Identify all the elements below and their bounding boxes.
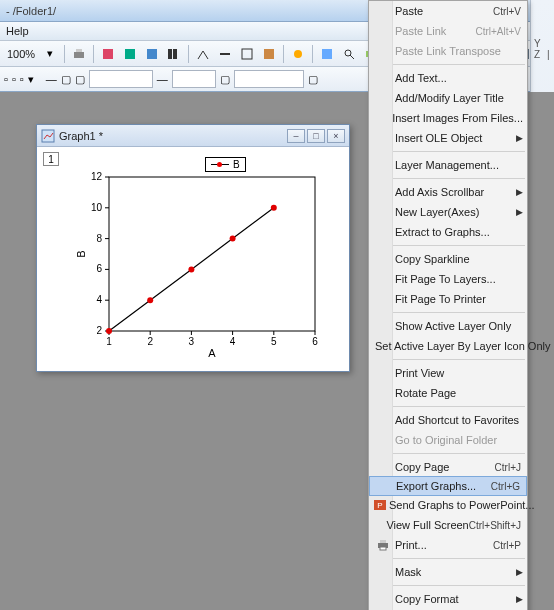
ctx-copy-page[interactable]: Copy PageCtrl+J [369, 457, 527, 477]
svg-text:3: 3 [189, 336, 195, 347]
svg-text:8: 8 [96, 233, 102, 244]
tool-icon-6[interactable] [215, 44, 235, 64]
svg-point-53 [230, 236, 236, 242]
svg-text:12: 12 [91, 171, 103, 182]
minimize-button[interactable]: – [287, 129, 305, 143]
legend-label: B [233, 159, 240, 170]
format-icon-2[interactable]: ▫ [12, 73, 16, 85]
svg-rect-2 [103, 49, 113, 59]
tool-icon-5[interactable] [193, 44, 213, 64]
format-icon-7[interactable]: — [157, 73, 168, 85]
tool-icon-4[interactable] [164, 44, 184, 64]
ctx-copy-sparkline[interactable]: Copy Sparkline [369, 249, 527, 269]
chart: 12345624681012AB [75, 169, 325, 359]
svg-line-13 [350, 55, 354, 59]
svg-text:5: 5 [271, 336, 277, 347]
ctx-add-axis-scrollbar[interactable]: Add Axis Scrollbar▶ [369, 182, 527, 202]
format-icon-3[interactable]: ▫ [20, 73, 24, 85]
svg-text:P: P [377, 501, 382, 510]
ctx-send-ppt[interactable]: PSend Graphs to PowerPoint... [369, 495, 527, 515]
svg-text:10: 10 [91, 202, 103, 213]
tool-icon-1[interactable] [98, 44, 118, 64]
svg-point-54 [271, 205, 277, 211]
svg-text:2: 2 [147, 336, 153, 347]
window-title: - /Folder1/ [6, 5, 56, 17]
format-icon-9[interactable]: ▢ [308, 73, 318, 86]
format-icon-5[interactable]: ▢ [61, 73, 71, 86]
ctx-export-graphs[interactable]: Export Graphs...Ctrl+G [369, 476, 527, 496]
svg-text:A: A [208, 347, 216, 359]
ctx-print-view[interactable]: Print View [369, 363, 527, 383]
svg-rect-3 [125, 49, 135, 59]
format-icon-8[interactable]: ▢ [220, 73, 230, 86]
svg-rect-0 [74, 52, 84, 58]
legend[interactable]: B [205, 157, 246, 172]
tool-icon-3[interactable] [142, 44, 162, 64]
svg-point-52 [188, 266, 194, 272]
ctx-insert-images[interactable]: Insert Images From Files... [369, 108, 527, 128]
legend-marker-icon [211, 164, 229, 165]
ctx-insert-ole[interactable]: Insert OLE Object▶ [369, 128, 527, 148]
ctx-layer-mgmt[interactable]: Layer Management... [369, 155, 527, 175]
svg-point-50 [106, 328, 112, 334]
graph-window-titlebar[interactable]: Graph1 * – □ × [37, 125, 349, 147]
ctx-copy-format[interactable]: Copy Format▶ [369, 589, 527, 609]
svg-text:6: 6 [96, 263, 102, 274]
print-icon[interactable] [69, 44, 89, 64]
zoom-dropdown-icon[interactable]: ▾ [40, 44, 60, 64]
svg-point-10 [294, 50, 302, 58]
powerpoint-icon: P [373, 498, 387, 512]
svg-rect-6 [173, 49, 177, 59]
format-icon-1[interactable]: ▫ [4, 73, 8, 85]
ctx-extract[interactable]: Extract to Graphs... [369, 222, 527, 242]
ctx-paste[interactable]: PasteCtrl+V [369, 1, 527, 21]
svg-text:6: 6 [312, 336, 318, 347]
dropdown-icon[interactable]: ▾ [28, 73, 34, 86]
tool-icon-9[interactable] [288, 44, 308, 64]
ctx-add-text[interactable]: Add Text... [369, 68, 527, 88]
combo-2[interactable] [172, 70, 216, 88]
combo-3[interactable] [234, 70, 304, 88]
svg-rect-8 [242, 49, 252, 59]
graph-window[interactable]: Graph1 * – □ × 1 12345624681012AB B [36, 124, 350, 372]
svg-text:1: 1 [106, 336, 112, 347]
ctx-print[interactable]: Print...Ctrl+P [369, 535, 527, 555]
svg-rect-5 [168, 49, 172, 59]
zoom-level[interactable]: 100% [4, 47, 38, 61]
ctx-go-original: Go to Original Folder [369, 430, 527, 450]
ctx-rotate[interactable]: Rotate Page [369, 383, 527, 403]
tool-icon-2[interactable] [120, 44, 140, 64]
ctx-add-shortcut[interactable]: Add Shortcut to Favorites [369, 410, 527, 430]
maximize-button[interactable]: □ [307, 129, 325, 143]
tool-icon-7[interactable] [237, 44, 257, 64]
graph-window-title: Graph1 * [59, 130, 103, 142]
svg-rect-1 [76, 49, 82, 52]
right-letters: Y Z | [534, 38, 554, 60]
combo-1[interactable] [89, 70, 153, 88]
plot-area[interactable]: 12345624681012AB [75, 169, 325, 359]
format-icon-4[interactable]: — [46, 73, 57, 85]
ctx-layer-title[interactable]: Add/Modify Layer Title [369, 88, 527, 108]
ctx-new-layer[interactable]: New Layer(Axes)▶ [369, 202, 527, 222]
ctx-fit-printer[interactable]: Fit Page To Printer [369, 289, 527, 309]
svg-point-12 [345, 50, 351, 56]
ctx-paste-link: Paste LinkCtrl+Alt+V [369, 21, 527, 41]
svg-point-51 [147, 297, 153, 303]
ctx-mask[interactable]: Mask▶ [369, 562, 527, 582]
ctx-set-active[interactable]: Set Active Layer By Layer Icon Only [369, 336, 527, 356]
format-icon-6[interactable]: ▢ [75, 73, 85, 86]
ctx-show-active[interactable]: Show Active Layer Only [369, 316, 527, 336]
layer-badge[interactable]: 1 [43, 152, 59, 166]
graph-body[interactable]: 1 12345624681012AB B [37, 147, 349, 371]
tool-icon-8[interactable] [259, 44, 279, 64]
tool-icon-10[interactable] [317, 44, 337, 64]
context-menu[interactable]: PasteCtrl+V Paste LinkCtrl+Alt+V Paste L… [368, 0, 528, 610]
tool-icon-11[interactable] [339, 44, 359, 64]
svg-text:2: 2 [96, 325, 102, 336]
ctx-view-full[interactable]: View Full ScreenCtrl+Shift+J [369, 515, 527, 535]
close-button[interactable]: × [327, 129, 345, 143]
svg-rect-4 [147, 49, 157, 59]
ctx-fit-layers[interactable]: Fit Page To Layers... [369, 269, 527, 289]
menu-help[interactable]: Help [6, 25, 29, 37]
ctx-paste-link-transpose: Paste Link Transpose [369, 41, 527, 61]
